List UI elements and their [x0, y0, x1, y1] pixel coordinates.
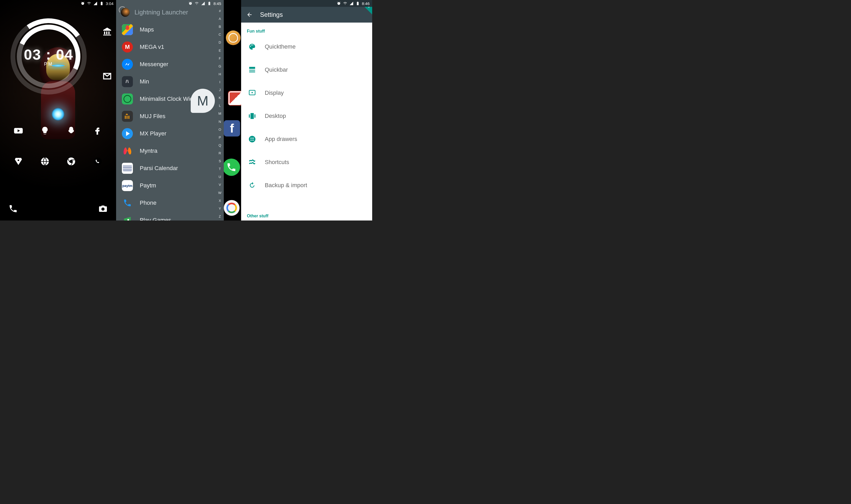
app-icon	[122, 24, 133, 35]
index-letter[interactable]: T	[219, 167, 221, 171]
dock	[0, 199, 116, 218]
app-icon	[122, 128, 133, 139]
settings-item[interactable]: Quicktheme	[241, 35, 372, 58]
app-icon	[122, 93, 133, 105]
football-icon[interactable]	[40, 156, 50, 167]
playstore-icon[interactable]	[13, 156, 24, 167]
bg-gmail-icon[interactable]	[228, 91, 241, 106]
snapchat-icon[interactable]	[66, 125, 76, 136]
section-header: Fun stuff	[241, 27, 372, 35]
bg-whatsapp-icon[interactable]	[223, 159, 240, 176]
clock-widget[interactable]: 03 : 04 PM	[11, 18, 87, 94]
museum-icon[interactable]	[102, 26, 112, 37]
status-time: 3:04	[106, 1, 113, 6]
facebook-icon[interactable]	[92, 125, 103, 136]
index-letter[interactable]: O	[218, 128, 221, 131]
index-letter[interactable]: M	[218, 111, 221, 115]
app-name-label: MUJ Files	[140, 113, 165, 120]
settings-screen: 8:46 Settings PLUS Fun stuff QuickthemeQ…	[241, 0, 372, 220]
app-name-label: MX Player	[140, 130, 166, 137]
app-name-label: Paytm	[140, 182, 156, 189]
index-scrubber[interactable]: M	[191, 89, 215, 113]
settings-item[interactable]: Shortcuts	[241, 151, 372, 174]
bg-facebook-icon[interactable]: f	[224, 120, 240, 137]
launcher-icon	[121, 8, 130, 17]
index-letter[interactable]: A	[219, 17, 221, 21]
status-bar: 8:46	[241, 0, 372, 7]
index-letter[interactable]: E	[219, 49, 221, 53]
camera-icon[interactable]	[98, 203, 108, 214]
index-letter[interactable]: G	[218, 64, 221, 68]
signal-icon	[93, 1, 97, 5]
index-letter[interactable]: Q	[218, 143, 221, 147]
app-item[interactable]: paytmPaytm	[116, 177, 224, 194]
index-letter[interactable]: K	[219, 96, 221, 100]
index-letter[interactable]: N	[218, 120, 221, 124]
index-letter[interactable]: C	[218, 33, 221, 36]
quickbar-icon	[247, 65, 257, 75]
settings-item[interactable]: Backup & import	[241, 174, 372, 197]
index-letter[interactable]: P	[219, 136, 221, 139]
bulb-icon[interactable]	[40, 125, 50, 136]
alarm-icon	[81, 1, 85, 5]
app-item[interactable]: Parsi Calendar	[116, 160, 224, 177]
app-drawer-screen: f 8:45 Lightning Launcher MapsMMEGA v1Me…	[116, 0, 241, 220]
index-letter[interactable]: X	[219, 199, 221, 203]
gmail-icon[interactable]	[102, 71, 112, 82]
app-item[interactable]: Myntra	[116, 142, 224, 160]
settings-item-label: App drawers	[265, 136, 297, 143]
app-item[interactable]: Maps	[116, 21, 224, 38]
drawer-header[interactable]: Lightning Launcher	[116, 7, 224, 19]
youtube-icon[interactable]	[13, 125, 24, 136]
signal-icon	[201, 1, 205, 5]
index-letter[interactable]: L	[219, 104, 220, 108]
index-letter[interactable]: U	[218, 175, 221, 179]
phone-icon[interactable]	[8, 203, 18, 214]
app-item[interactable]: MX Player	[116, 125, 224, 142]
restore-icon	[247, 181, 257, 190]
index-letter[interactable]: D	[218, 40, 221, 44]
index-letter[interactable]: S	[219, 159, 221, 163]
index-letter[interactable]: R	[218, 151, 221, 155]
app-name-label: Messenger	[140, 61, 169, 68]
index-letter[interactable]: J	[219, 88, 221, 92]
whatsapp-icon[interactable]	[92, 156, 103, 167]
index-letter[interactable]: B	[219, 25, 221, 29]
wifi-icon	[87, 1, 91, 5]
alpha-index[interactable]: #ABCDEFGHIJKLMNOPQRSTUVWXYZ	[217, 9, 223, 218]
app-item[interactable]: MMEGA v1	[116, 38, 224, 56]
app-item[interactable]: Messenger	[116, 56, 224, 73]
section-header: Other stuff	[241, 212, 274, 220]
bg-google-icon[interactable]	[224, 200, 240, 216]
settings-item-label: Quicktheme	[265, 43, 296, 50]
wifi-icon	[343, 1, 347, 5]
settings-item[interactable]: Desktop	[241, 105, 372, 128]
chrome-icon[interactable]	[66, 156, 76, 167]
battery-icon	[207, 1, 211, 5]
index-letter[interactable]: Z	[219, 214, 221, 218]
home-grid	[0, 115, 116, 208]
app-name-label: MEGA v1	[140, 43, 164, 50]
settings-item[interactable]: Display	[241, 82, 372, 105]
index-letter[interactable]: #	[219, 9, 220, 13]
settings-item[interactable]: Quickbar	[241, 58, 372, 82]
index-letter[interactable]: Y	[219, 206, 221, 211]
palette-icon	[247, 42, 257, 51]
bg-app-icon[interactable]	[226, 31, 241, 45]
app-item[interactable]: Play Games	[116, 212, 224, 220]
app-item[interactable]: /\Min	[116, 73, 224, 90]
settings-item[interactable]: App drawers	[241, 128, 372, 151]
app-item[interactable]: Phone	[116, 194, 224, 212]
index-letter[interactable]: H	[218, 72, 221, 76]
alarm-icon	[337, 1, 341, 5]
index-letter[interactable]: F	[219, 56, 221, 60]
index-letter[interactable]: V	[219, 183, 221, 187]
settings-item-label: Backup & import	[265, 182, 307, 189]
app-list[interactable]: MapsMMEGA v1Messenger/\MinMinimalist Clo…	[116, 19, 224, 220]
app-drawer[interactable]: 8:45 Lightning Launcher MapsMMEGA v1Mess…	[116, 0, 224, 220]
index-letter[interactable]: I	[219, 80, 220, 84]
app-name-label: Phone	[140, 199, 157, 206]
index-letter[interactable]: W	[218, 191, 221, 195]
back-button[interactable]	[246, 12, 253, 18]
settings-item-label: Quickbar	[265, 67, 288, 73]
